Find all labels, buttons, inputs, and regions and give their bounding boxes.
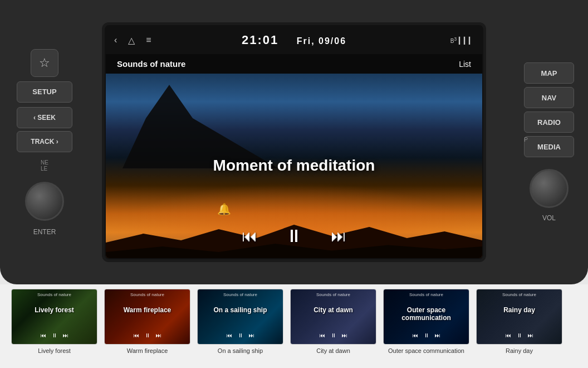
thumb-caption-4: City at dawn — [316, 347, 350, 355]
thumb-title-1: Lively forest — [12, 306, 97, 314]
star-icon: ☆ — [39, 56, 50, 70]
thumb-caption-2: Warm fireplace — [127, 347, 168, 355]
media-button[interactable]: MEDIA — [524, 136, 574, 157]
thumb-caption-5: Outer space communication — [388, 347, 464, 355]
thumb-prev-3[interactable]: ⏮ — [227, 332, 232, 338]
thumb-app-label-6: Sounds of nature — [477, 292, 562, 297]
app-title: Sounds of nature — [117, 59, 185, 69]
thumb-controls-3: ⏮ ⏸ ⏭ — [198, 332, 283, 338]
time-display: 21:01 Fri, 09/06 — [242, 33, 346, 47]
thumb-controls-1: ⏮ ⏸ ⏭ — [12, 332, 97, 338]
map-button[interactable]: MAP — [524, 62, 574, 84]
right-panel: MAP NAV RADIO MEDIA VOL — [510, 0, 588, 284]
artwork-area: 🔔 Moment of meditation ⏮ ⏸ ⏭ — [106, 74, 482, 259]
thumb-prev-1[interactable]: ⏮ — [41, 332, 46, 338]
thumb-controls-5: ⏮ ⏸ ⏭ — [384, 332, 469, 338]
menu-icon[interactable]: ≡ — [146, 35, 151, 46]
setup-button[interactable]: SETUP — [17, 81, 72, 103]
player-controls: ⏮ ⏸ ⏭ — [242, 226, 346, 246]
screen-titlebar: Sounds of nature List — [106, 54, 482, 74]
radio-button[interactable]: RADIO — [524, 112, 574, 133]
thumb-prev-2[interactable]: ⏮ — [134, 332, 139, 338]
date: Fri, 09/06 — [297, 36, 346, 46]
screen-frame: ‹ △ ≡ 21:01 Fri, 09/06 B3 ▎▎▎ Sounds of … — [102, 22, 486, 262]
thumb-pause-2[interactable]: ⏸ — [145, 332, 150, 338]
track-button[interactable]: TRACK › — [17, 131, 72, 152]
thumb-pause-4[interactable]: ⏸ — [331, 332, 336, 338]
screen-topbar: ‹ △ ≡ 21:01 Fri, 09/06 B3 ▎▎▎ — [106, 26, 482, 54]
thumb-pause-6[interactable]: ⏸ — [517, 332, 522, 338]
thumb-next-3[interactable]: ⏭ — [249, 332, 254, 338]
seek-track-group: ‹ SEEK TRACK › — [17, 107, 72, 152]
thumb-caption-6: Rainy day — [506, 347, 533, 355]
thumbnail-card-6[interactable]: Sounds of nature Rainy day ⏮ ⏸ ⏭ — [476, 289, 562, 345]
thumb-prev-4[interactable]: ⏮ — [320, 332, 325, 338]
thumb-title-3: On a sailing ship — [198, 306, 283, 314]
thumb-app-label-1: Sounds of nature — [12, 292, 97, 297]
enter-label: ENTER — [33, 228, 56, 236]
ne-le-label: NE LE — [41, 159, 48, 172]
thumb-pause-5[interactable]: ⏸ — [424, 332, 429, 338]
thumb-controls-2: ⏮ ⏸ ⏭ — [105, 332, 190, 338]
thumb-next-5[interactable]: ⏭ — [435, 332, 440, 338]
thumbnail-card-4[interactable]: Sounds of nature City at dawn ⏮ ⏸ ⏭ — [290, 289, 376, 345]
next-button[interactable]: ⏭ — [331, 227, 346, 245]
nav-icons: ‹ △ ≡ — [114, 35, 151, 46]
thumb-app-label-2: Sounds of nature — [105, 292, 190, 297]
bell-decoration: 🔔 — [217, 202, 231, 216]
thumbnail-item-4: Sounds of nature City at dawn ⏮ ⏸ ⏭ City… — [290, 289, 376, 355]
thumbnail-card-1[interactable]: Sounds of nature Lively forest ⏮ ⏸ ⏭ — [11, 289, 97, 345]
thumbnail-item-6: Sounds of nature Rainy day ⏮ ⏸ ⏭ Rainy d… — [476, 289, 562, 355]
thumbnail-item-5: Sounds of nature Outer space communicati… — [383, 289, 469, 355]
thumbnails-section: Sounds of nature Lively forest ⏮ ⏸ ⏭ Liv… — [0, 284, 588, 368]
thumb-pause-1[interactable]: ⏸ — [52, 332, 57, 338]
favorite-button[interactable]: ☆ — [31, 49, 58, 77]
pause-button[interactable]: ⏸ — [285, 226, 303, 246]
p-label: P — [524, 137, 528, 143]
vol-label: VOL — [542, 214, 556, 222]
song-title: Moment of meditation — [213, 156, 375, 174]
prev-button[interactable]: ⏮ — [242, 227, 257, 245]
thumb-app-label-5: Sounds of nature — [384, 292, 469, 297]
thumbnail-card-3[interactable]: Sounds of nature On a sailing ship ⏮ ⏸ ⏭ — [197, 289, 283, 345]
thumb-controls-4: ⏮ ⏸ ⏭ — [291, 332, 376, 338]
thumbnail-card-2[interactable]: Sounds of nature Warm fireplace ⏮ ⏸ ⏭ — [104, 289, 190, 345]
thumbnail-item-1: Sounds of nature Lively forest ⏮ ⏸ ⏭ Liv… — [11, 289, 97, 355]
seek-button[interactable]: ‹ SEEK — [17, 107, 72, 128]
main-screen: ‹ △ ≡ 21:01 Fri, 09/06 B3 ▎▎▎ Sounds of … — [105, 25, 483, 259]
home-icon[interactable]: △ — [128, 35, 135, 46]
thumb-next-1[interactable]: ⏭ — [63, 332, 68, 338]
thumbnail-item-3: Sounds of nature On a sailing ship ⏮ ⏸ ⏭… — [197, 289, 283, 355]
thumb-title-6: Rainy day — [477, 306, 562, 314]
thumb-app-label-4: Sounds of nature — [291, 292, 376, 297]
enter-knob[interactable] — [25, 182, 64, 221]
volume-knob[interactable] — [530, 169, 569, 208]
thumb-next-4[interactable]: ⏭ — [342, 332, 347, 338]
back-icon[interactable]: ‹ — [114, 35, 117, 46]
thumb-title-5: Outer space communication — [384, 306, 469, 322]
thumb-prev-5[interactable]: ⏮ — [413, 332, 418, 338]
thumb-next-2[interactable]: ⏭ — [156, 332, 161, 338]
time: 21:01 — [242, 33, 278, 47]
thumb-pause-3[interactable]: ⏸ — [238, 332, 243, 338]
thumb-title-2: Warm fireplace — [105, 306, 190, 314]
list-button[interactable]: List — [459, 60, 471, 69]
thumb-prev-6[interactable]: ⏮ — [506, 332, 511, 338]
thumbnail-card-5[interactable]: Sounds of nature Outer space communicati… — [383, 289, 469, 345]
signal-icon: B3 ▎▎▎ — [450, 36, 474, 45]
thumb-app-label-3: Sounds of nature — [198, 292, 283, 297]
thumb-next-6[interactable]: ⏭ — [528, 332, 533, 338]
thumb-controls-6: ⏮ ⏸ ⏭ — [477, 332, 562, 338]
thumbnail-item-2: Sounds of nature Warm fireplace ⏮ ⏸ ⏭ Wa… — [104, 289, 190, 355]
thumb-caption-3: On a sailing ship — [218, 347, 263, 355]
nav-button[interactable]: NAV — [524, 87, 574, 108]
thumb-title-4: City at dawn — [291, 306, 376, 314]
thumb-caption-1: Lively forest — [38, 347, 71, 355]
left-panel: ☆ SETUP ‹ SEEK TRACK › NE LE ENTER — [0, 0, 89, 284]
car-unit: ☆ SETUP ‹ SEEK TRACK › NE LE ENTER ‹ △ ≡… — [0, 0, 588, 284]
